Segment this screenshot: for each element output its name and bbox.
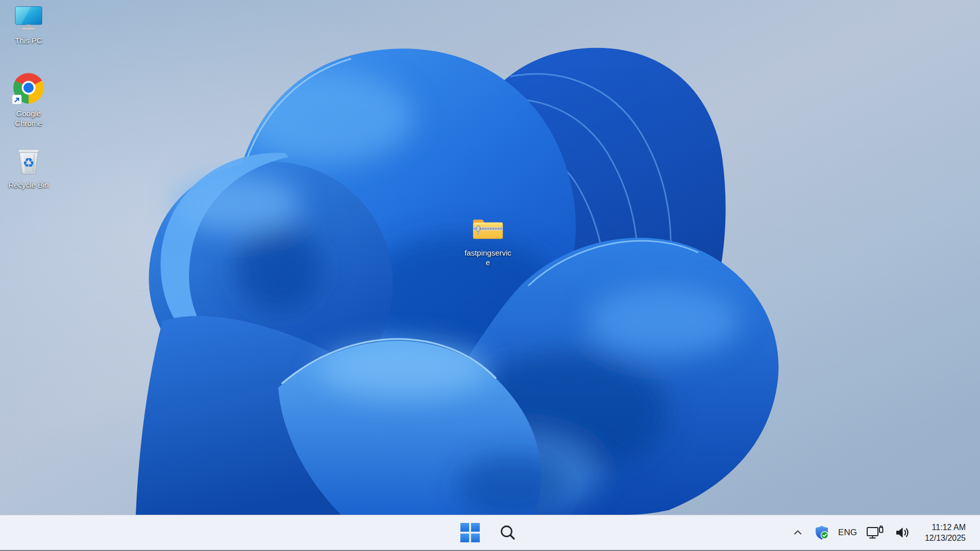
- start-button[interactable]: [458, 521, 482, 544]
- windows-security-tray-icon[interactable]: [812, 522, 831, 543]
- chevron-up-icon: [792, 527, 803, 538]
- language-indicator[interactable]: ENG: [838, 528, 857, 538]
- taskbar-clock[interactable]: 11:12 AM 12/13/2025: [925, 522, 966, 543]
- network-tray-icon[interactable]: [864, 523, 886, 542]
- icon-label: Google Chrome: [4, 109, 53, 128]
- security-shield-icon: [814, 524, 829, 541]
- desktop-icon-google-chrome[interactable]: Google Chrome: [4, 72, 53, 128]
- icon-label: Recycle Bin: [8, 180, 48, 190]
- search-icon: [499, 523, 517, 542]
- taskbar: ENG 11:12 AM: [0, 515, 980, 550]
- clock-time: 11:12 AM: [932, 522, 966, 533]
- desktop-icon-this-pc[interactable]: This PC: [4, 5, 53, 45]
- zipped-folder-icon: [472, 216, 504, 242]
- recycle-bin-icon: ♻: [15, 144, 42, 176]
- monitor-icon: [14, 5, 43, 32]
- icon-label: This PC: [15, 36, 42, 45]
- tray-overflow-button[interactable]: [790, 525, 805, 540]
- system-tray: ENG 11:12 AM: [790, 515, 980, 550]
- shortcut-arrow-badge: [12, 95, 21, 104]
- taskbar-center-group: [458, 515, 519, 550]
- clock-date: 12/13/2025: [925, 533, 966, 543]
- windows-logo-icon: [460, 523, 480, 542]
- volume-tray-icon[interactable]: [893, 524, 914, 541]
- desktop-icon-fastpingservice-zip[interactable]: fastpingservic e: [463, 216, 512, 267]
- chrome-icon: [12, 72, 45, 105]
- windows-desktop-screen: This PC Google Chrome: [0, 0, 980, 551]
- ethernet-network-icon: [866, 525, 884, 540]
- file-label: fastpingservic e: [464, 248, 511, 267]
- speaker-volume-icon: [895, 526, 912, 539]
- desktop-icon-recycle-bin[interactable]: ♻ Recycle Bin: [4, 144, 53, 190]
- svg-text:♻: ♻: [22, 155, 34, 170]
- search-button[interactable]: [497, 521, 519, 544]
